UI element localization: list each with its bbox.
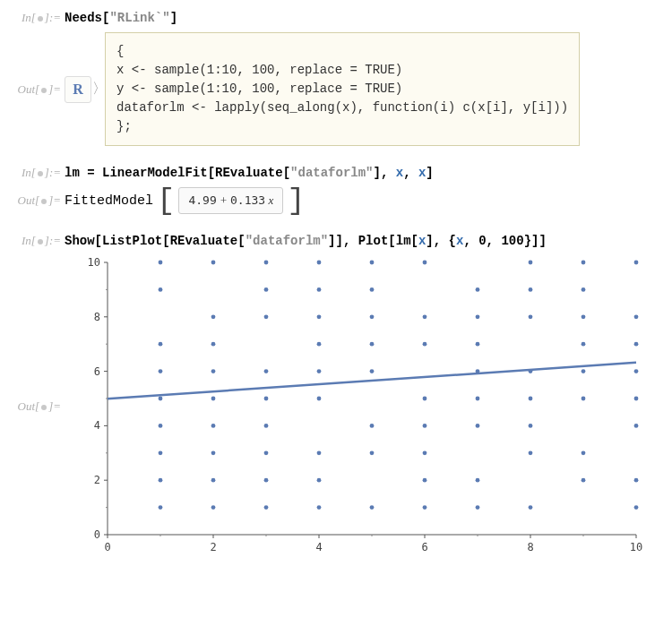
in-label: In[]:= [7,166,65,180]
svg-point-49 [211,397,216,401]
svg-point-51 [211,342,216,347]
svg-point-98 [529,424,533,428]
svg-point-106 [582,397,586,401]
svg-point-75 [370,369,375,373]
svg-point-57 [264,424,269,428]
svg-point-91 [476,397,480,401]
svg-point-79 [370,261,375,265]
svg-text:6: 6 [421,541,427,553]
svg-point-36 [159,505,163,510]
svg-point-109 [582,314,586,319]
output-cell-2: Out[]= FittedModel [ 4.99 + 0.133 x ] [7,187,665,214]
svg-point-41 [159,369,163,373]
svg-text:10: 10 [630,541,642,553]
svg-point-85 [423,342,427,347]
svg-point-93 [476,342,480,347]
svg-point-99 [529,397,533,401]
output-cell-1: Out[]= R 〉 { x <- sample(1:10, 100, repl… [7,32,665,146]
svg-text:8: 8 [94,311,100,323]
svg-point-40 [159,397,163,401]
svg-point-76 [370,342,375,347]
svg-point-95 [476,287,480,292]
svg-point-39 [159,424,163,428]
svg-point-83 [423,424,427,428]
svg-point-81 [423,478,427,483]
svg-point-58 [264,397,269,401]
svg-point-97 [529,450,533,455]
svg-text:4: 4 [94,419,100,432]
svg-point-111 [582,261,586,265]
svg-point-96 [529,505,533,510]
svg-point-116 [634,369,639,373]
scatter-plot: 02468100246810 [72,255,645,560]
svg-point-63 [317,505,322,510]
svg-text:6: 6 [94,365,100,378]
svg-text:2: 2 [210,541,216,553]
input-cell-3: In[]:= Show[ListPlot[REvaluate["dataforl… [7,234,665,248]
r-logo-icon: R [65,76,91,103]
svg-point-105 [582,450,586,455]
svg-point-70 [317,287,322,292]
svg-point-87 [423,261,427,265]
svg-point-53 [211,261,216,265]
svg-point-64 [317,478,322,483]
svg-point-47 [211,450,216,455]
svg-point-82 [423,450,427,455]
svg-point-118 [634,314,639,319]
svg-point-114 [634,424,639,428]
right-bracket-icon: ] [287,191,305,210]
svg-point-62 [264,261,269,265]
out-label: Out[]= [7,399,65,414]
code-lm-fit[interactable]: lm = LinearModelFit[REvaluate["dataforlm… [65,166,434,180]
svg-point-104 [582,478,586,483]
chart-output: 02468100246810 [72,255,645,560]
svg-point-50 [211,369,216,373]
svg-point-80 [423,505,427,510]
svg-text:2: 2 [94,474,100,486]
fitted-expression: 4.99 + 0.133 x [178,187,283,214]
svg-text:0: 0 [104,541,110,553]
svg-point-69 [317,314,322,319]
svg-point-60 [264,314,269,319]
fitted-model-output: FittedModel [ 4.99 + 0.133 x ] [65,187,306,214]
svg-point-119 [634,261,639,265]
svg-point-112 [634,505,639,510]
svg-point-71 [317,261,322,265]
svg-point-42 [159,342,163,347]
svg-point-90 [476,424,480,428]
svg-point-43 [159,287,163,292]
svg-point-84 [423,397,427,401]
svg-point-37 [159,478,163,483]
svg-point-56 [264,450,269,455]
svg-text:4: 4 [315,541,322,553]
svg-point-113 [634,478,639,483]
svg-point-115 [634,397,639,401]
svg-point-66 [317,397,322,401]
svg-point-67 [317,369,322,373]
svg-point-108 [582,342,586,347]
svg-point-65 [317,450,322,455]
svg-point-68 [317,342,322,347]
svg-text:10: 10 [88,256,100,269]
input-cell-1: In[]:= Needs["RLink`"] [7,11,665,25]
in-label: In[]:= [7,234,65,248]
svg-point-45 [211,505,216,510]
svg-point-77 [370,314,375,319]
svg-line-120 [108,363,636,399]
svg-point-78 [370,287,375,292]
out-label: Out[]= [7,193,65,208]
input-cell-2: In[]:= lm = LinearModelFit[REvaluate["da… [7,166,665,180]
svg-point-48 [211,424,216,428]
svg-point-54 [264,505,269,510]
svg-point-72 [370,505,375,510]
code-needs[interactable]: Needs["RLink`"] [65,11,177,25]
svg-point-107 [582,369,586,373]
in-label: In[]:= [7,11,65,25]
svg-point-110 [582,287,586,292]
svg-point-46 [211,478,216,483]
svg-point-55 [264,478,269,483]
svg-point-38 [159,450,163,455]
r-code-output: { x <- sample(1:10, 100, replace = TRUE)… [105,32,580,146]
svg-point-117 [634,342,639,347]
code-show-plot[interactable]: Show[ListPlot[REvaluate["dataforlm"]], P… [65,234,547,248]
